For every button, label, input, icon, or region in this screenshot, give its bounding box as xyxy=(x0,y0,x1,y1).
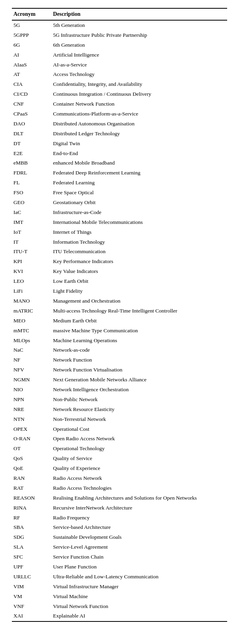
acronym-cell: O-RAN xyxy=(12,434,51,444)
acronym-cell: CNF xyxy=(12,99,51,109)
acronym-cell: SDG xyxy=(12,532,51,542)
table-row: LEOLow Earth Orbit xyxy=(12,277,227,286)
description-cell: Ultra-Reliable and Low-Latency Communica… xyxy=(51,572,227,582)
table-row: REASONRealising Enabling Architectures a… xyxy=(12,493,227,503)
description-cell: Artificial Intelligence xyxy=(51,50,227,60)
table-row: RATRadio Access Technologies xyxy=(12,483,227,493)
acronym-column-header: Acronym xyxy=(12,8,51,20)
description-cell: Network Resource Elasticity xyxy=(51,405,227,415)
description-cell: Internet of Things xyxy=(51,227,227,237)
table-row: MANOManagement and Orchestration xyxy=(12,296,227,306)
table-row: E2EEnd-to-End xyxy=(12,149,227,159)
description-cell: International Mobile Telecommunications xyxy=(51,218,227,227)
table-row: DTDigital Twin xyxy=(12,139,227,149)
table-row: FLFederated Learning xyxy=(12,178,227,188)
table-row: ITU-TITU Telecommunication xyxy=(12,247,227,257)
table-row: FSOFree Space Optical xyxy=(12,188,227,198)
acronym-cell: NaC xyxy=(12,345,51,355)
table-row: SDGSustainable Development Goals xyxy=(12,532,227,542)
description-cell: Next Generation Mobile Networks Alliance xyxy=(51,375,227,385)
table-row: SLAService-Level Agreement xyxy=(12,542,227,552)
description-cell: Radio Frequency xyxy=(51,513,227,523)
acronym-cell: OT xyxy=(12,444,51,454)
acronym-cell: RAT xyxy=(12,483,51,493)
description-cell: Container Network Function xyxy=(51,99,227,109)
description-cell: Distributed Autonomous Organisation xyxy=(51,119,227,129)
acronym-cell: CIA xyxy=(12,80,51,89)
table-footer-row xyxy=(12,621,227,622)
acronym-table: Acronym Description 5G5th Generation5GPP… xyxy=(12,8,227,622)
table-row: DLTDistributed Ledger Technology xyxy=(12,129,227,139)
acronym-cell: SFC xyxy=(12,552,51,562)
table-row: NFNetwork Function xyxy=(12,355,227,365)
acronym-cell: NFV xyxy=(12,365,51,375)
description-cell: Service-based Architecture xyxy=(51,523,227,532)
table-row: XAIExplainable AI xyxy=(12,611,227,621)
description-cell: Operational Cost xyxy=(51,424,227,434)
acronym-cell: REASON xyxy=(12,493,51,503)
description-cell: Key Performance Indicators xyxy=(51,257,227,267)
table-row: RANRadio Access Network xyxy=(12,474,227,483)
description-cell: 5G Infrastructure Public Private Partner… xyxy=(51,30,227,40)
description-cell: Medium Earth Orbit xyxy=(51,316,227,326)
table-row: MLOpsMachine Learning Operations xyxy=(12,336,227,346)
description-cell: Virtual Network Function xyxy=(51,602,227,612)
description-cell: 6th Generation xyxy=(51,40,227,50)
acronym-cell: DAO xyxy=(12,119,51,129)
acronym-cell: 5G xyxy=(12,20,51,30)
table-row: 5GPPP5G Infrastructure Public Private Pa… xyxy=(12,30,227,40)
table-row: ITInformation Technology xyxy=(12,237,227,247)
acronym-cell: IMT xyxy=(12,218,51,227)
table-row: 5G5th Generation xyxy=(12,20,227,30)
description-cell: Information Technology xyxy=(51,237,227,247)
description-column-header: Description xyxy=(51,8,227,20)
table-row: IMTInternational Mobile Telecommunicatio… xyxy=(12,218,227,227)
acronym-cell: LiFi xyxy=(12,286,51,296)
table-row: NTNNon-Terrestrial Network xyxy=(12,415,227,424)
table-row: IoTInternet of Things xyxy=(12,227,227,237)
acronym-cell: XAI xyxy=(12,611,51,621)
description-cell: Federated Deep Reinforcement Learning xyxy=(51,168,227,178)
table-row: NRENetwork Resource Elasticity xyxy=(12,405,227,415)
acronym-cell: RAN xyxy=(12,474,51,483)
table-row: mATRICMulti-access Technology Real-Time … xyxy=(12,306,227,316)
description-cell: Confidentiality, Integrity, and Availabi… xyxy=(51,80,227,89)
acronym-cell: 5GPPP xyxy=(12,30,51,40)
description-cell: Service Function Chain xyxy=(51,552,227,562)
acronym-cell: LEO xyxy=(12,277,51,286)
description-cell: Network Function Virtualisation xyxy=(51,365,227,375)
table-row: CNFContainer Network Function xyxy=(12,99,227,109)
description-cell: Key Value Indicators xyxy=(51,267,227,277)
acronym-table-container: Acronym Description 5G5th Generation5GPP… xyxy=(0,0,239,630)
acronym-cell: VIM xyxy=(12,582,51,592)
description-cell: Access Technology xyxy=(51,70,227,80)
acronym-cell: AIaaS xyxy=(12,60,51,70)
table-row: SBAService-based Architecture xyxy=(12,523,227,532)
acronym-cell: NF xyxy=(12,355,51,365)
acronym-cell: mATRIC xyxy=(12,306,51,316)
acronym-cell: RINA xyxy=(12,503,51,513)
description-cell: massive Machine Type Communication xyxy=(51,326,227,336)
acronym-cell: VM xyxy=(12,592,51,602)
table-row: ATAccess Technology xyxy=(12,70,227,80)
table-row: KVIKey Value Indicators xyxy=(12,267,227,277)
table-row: KPIKey Performance Indicators xyxy=(12,257,227,267)
description-cell: Low Earth Orbit xyxy=(51,277,227,286)
acronym-cell: DT xyxy=(12,139,51,149)
table-row: URLLCUltra-Reliable and Low-Latency Comm… xyxy=(12,572,227,582)
description-cell: 5th Generation xyxy=(51,20,227,30)
table-header-row: Acronym Description xyxy=(12,8,227,20)
acronym-cell: CPaaS xyxy=(12,109,51,119)
description-cell: Explainable AI xyxy=(51,611,227,621)
description-cell: Free Space Optical xyxy=(51,188,227,198)
acronym-cell: CI/CD xyxy=(12,89,51,99)
description-cell: Network Intelligence Orchestration xyxy=(51,385,227,395)
table-row: AIArtificial Intelligence xyxy=(12,50,227,60)
acronym-cell: OPEX xyxy=(12,424,51,434)
table-row: OPEXOperational Cost xyxy=(12,424,227,434)
description-cell: enhanced Mobile Broadband xyxy=(51,158,227,168)
description-cell: Machine Learning Operations xyxy=(51,336,227,346)
acronym-cell: NGMN xyxy=(12,375,51,385)
table-row: O-RANOpen Radio Access Network xyxy=(12,434,227,444)
description-cell: Quality of Service xyxy=(51,454,227,464)
